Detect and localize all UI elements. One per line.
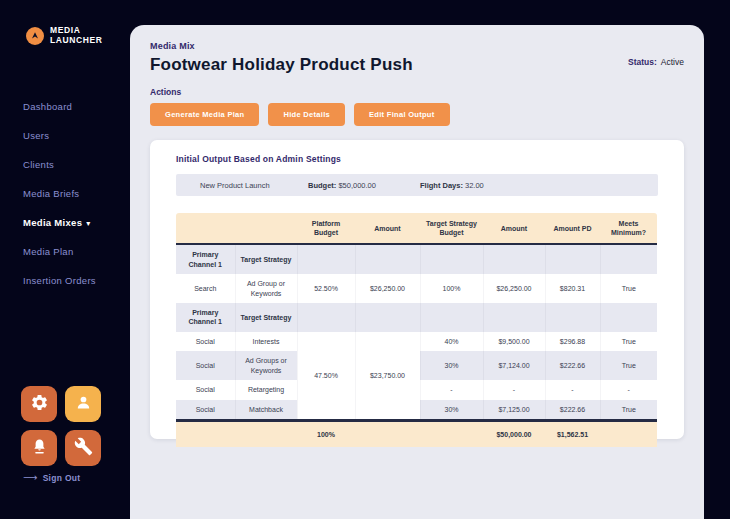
table-cell: Primary Channel 1: [176, 244, 235, 274]
main-panel: Media Mix Footwear Holiday Product Push …: [130, 25, 704, 519]
sidebar-item-media-plan[interactable]: Media Plan: [0, 237, 130, 266]
sidebar-icon-grid: [21, 386, 105, 466]
actions-button-row: Generate Media PlanHide DetailsEdit Fina…: [150, 103, 684, 126]
column-header: Platform Budget: [297, 213, 355, 244]
table-cell: [483, 303, 545, 332]
table-cell: [420, 244, 483, 274]
table-cell: $296.88: [545, 332, 600, 351]
tools-button[interactable]: [65, 430, 101, 466]
table-row: SearchAd Group or Keywords52.50%$26,250.…: [176, 274, 657, 303]
table-cell: 100%: [420, 274, 483, 303]
summary-flight-days: Flight Days: 32.00: [420, 181, 484, 190]
user-button[interactable]: [65, 386, 101, 422]
table-cell: [545, 303, 600, 332]
table-cell: Social: [176, 380, 235, 399]
table-cell: 52.50%: [297, 274, 355, 303]
sidebar-item-dashboard[interactable]: Dashboard: [0, 92, 130, 121]
status-label: Status:: [628, 57, 657, 67]
footer-cell: [600, 421, 657, 448]
table-cell: $222.66: [545, 351, 600, 380]
sidebar: MEDIA LAUNCHER DashboardUsersClientsMedi…: [0, 0, 130, 519]
column-header: [176, 213, 235, 244]
edit-final-output-button[interactable]: Edit Final Output: [354, 103, 450, 126]
table-cell: Ad Group or Keywords: [235, 274, 297, 303]
footer-cell: $50,000.00: [483, 421, 545, 448]
sidebar-item-insertion-orders[interactable]: Insertion Orders: [0, 266, 130, 295]
table-cell: True: [600, 274, 657, 303]
group-header-row: Primary Channel 1Target Strategy: [176, 303, 657, 332]
summary-bar: New Product Launch Budget: $50,000.00 Fl…: [176, 174, 658, 196]
table-cell: $7,125.00: [483, 400, 545, 421]
table-cell: [420, 303, 483, 332]
arrow-right-icon: ⟶: [23, 472, 38, 483]
footer-cell: 100%: [297, 421, 355, 448]
column-header: Amount PD: [545, 213, 600, 244]
section-eyebrow: Media Mix: [150, 41, 413, 51]
table-cell: True: [600, 400, 657, 421]
page-title: Footwear Holiday Product Push: [150, 55, 413, 75]
table-cell: $23,750.00: [355, 332, 420, 421]
output-card: Initial Output Based on Admin Settings N…: [150, 140, 684, 439]
summary-budget: Budget: $50,000.00: [308, 181, 420, 190]
table-footer-row: 100%$50,000.00$1,562.51: [176, 421, 657, 448]
table-cell: [355, 244, 420, 274]
gear-icon: [30, 393, 49, 415]
column-header: Meets Minimum?: [600, 213, 657, 244]
column-header: Amount: [355, 213, 420, 244]
table-cell: Target Strategy: [235, 244, 297, 274]
table-cell: -: [483, 380, 545, 399]
table-cell: Retargeting: [235, 380, 297, 399]
table-cell: $26,250.00: [483, 274, 545, 303]
table-cell: 30%: [420, 400, 483, 421]
table-cell: Search: [176, 274, 235, 303]
group-header-row: Primary Channel 1Target Strategy: [176, 244, 657, 274]
table-cell: -: [420, 380, 483, 399]
sidebar-item-users[interactable]: Users: [0, 121, 130, 150]
sidebar-item-media-mixes[interactable]: Media Mixes▾: [0, 208, 130, 237]
settings-button[interactable]: [21, 386, 57, 422]
table-row: SocialInterests47.50%$23,750.0040%$9,500…: [176, 332, 657, 351]
status-value: Active: [661, 57, 684, 67]
table-cell: Social: [176, 332, 235, 351]
chevron-down-icon: ▾: [86, 219, 90, 228]
user-icon: [74, 393, 93, 415]
column-header: Amount: [483, 213, 545, 244]
table-cell: 47.50%: [297, 332, 355, 421]
table-cell: True: [600, 332, 657, 351]
sidebar-item-clients[interactable]: Clients: [0, 150, 130, 179]
footer-cell: [420, 421, 483, 448]
table-cell: Social: [176, 351, 235, 380]
column-header: Target Strategy Budget: [420, 213, 483, 244]
footer-cell: [355, 421, 420, 448]
table-cell: [545, 244, 600, 274]
sidebar-item-media-briefs[interactable]: Media Briefs: [0, 179, 130, 208]
summary-name: New Product Launch: [200, 181, 308, 190]
table-cell: -: [545, 380, 600, 399]
sign-out-link[interactable]: ⟶ Sign Out: [23, 472, 80, 483]
table-cell: [297, 244, 355, 274]
table-cell: 40%: [420, 332, 483, 351]
table-cell: $7,124.00: [483, 351, 545, 380]
card-heading: Initial Output Based on Admin Settings: [176, 154, 658, 164]
brand-logo: MEDIA LAUNCHER: [26, 26, 103, 46]
sidebar-nav: DashboardUsersClientsMedia BriefsMedia M…: [0, 92, 130, 295]
sign-out-label: Sign Out: [43, 473, 81, 483]
table-header-row: Platform BudgetAmountTarget Strategy Bud…: [176, 213, 657, 244]
bell-icon: [30, 437, 49, 459]
notifications-button[interactable]: [21, 430, 57, 466]
table-cell: 30%: [420, 351, 483, 380]
hide-details-button[interactable]: Hide Details: [268, 103, 345, 126]
footer-cell: [176, 421, 235, 448]
table-cell: -: [600, 380, 657, 399]
table-cell: Matchback: [235, 400, 297, 421]
table-cell: [483, 244, 545, 274]
media-mix-table: Platform BudgetAmountTarget Strategy Bud…: [176, 213, 657, 447]
launcher-logo-icon: [26, 27, 44, 45]
table-cell: True: [600, 351, 657, 380]
table-cell: $222.66: [545, 400, 600, 421]
column-header: [235, 213, 297, 244]
generate-media-plan-button[interactable]: Generate Media Plan: [150, 103, 259, 126]
table-cell: $820.31: [545, 274, 600, 303]
brand-name: MEDIA LAUNCHER: [50, 26, 103, 46]
status-badge: Status:Active: [628, 57, 684, 67]
